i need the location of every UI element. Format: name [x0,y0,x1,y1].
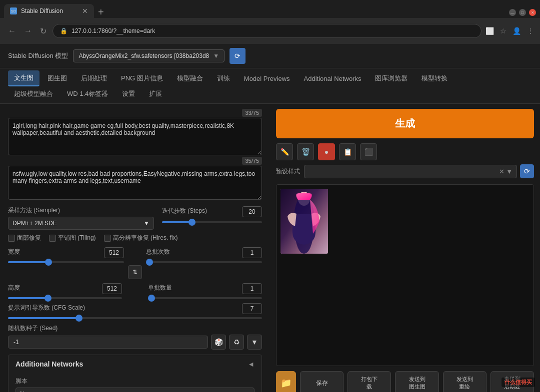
url-display: 127.0.0.1:7860/?__theme=dark [72,27,155,34]
cfg-slider[interactable] [8,317,262,319]
generate-button[interactable]: 生成 [276,109,534,138]
tab-close-btn[interactable]: ✕ [82,7,88,15]
tab-settings[interactable]: 设置 [116,86,141,101]
batch-count-slider[interactable] [146,261,262,263]
new-tab-button[interactable]: + [94,6,108,18]
sampler-select[interactable]: DPM++ 2M SDE ▼ [8,217,154,230]
tab-model-convert[interactable]: 模型转换 [416,70,454,86]
model-select-value: AbyssOrangeMix2_sfw.safetensors [038ba20… [78,52,209,59]
batch-size-value: 1 [242,283,262,294]
edit-icon-button[interactable]: ✏️ [276,143,293,160]
red-dot-button[interactable]: ● [318,143,335,160]
preview-image-inner [280,189,328,254]
negative-prompt-input[interactable] [8,166,262,200]
square-icon-button[interactable]: ⬛ [360,143,377,160]
additional-networks-title: Additional Networks [16,360,83,368]
browser-tab[interactable]: SD Stable Diffusion ✕ [4,4,94,18]
negative-prompt-area: 35/75 [8,166,262,201]
tabs-row-1: 文生图 图生图 后期处理 PNG 图片信息 模型融合 训练 Model Prev… [8,68,532,86]
bookmark-icon[interactable]: ☆ [500,27,506,35]
tab-super-merge[interactable]: 超级模型融合 [8,86,59,101]
close-button[interactable]: ✕ [529,9,536,16]
tab-favicon: SD [10,7,17,14]
dimensions-link-button[interactable]: ⇅ [128,265,142,279]
pack-download-button[interactable]: 打包下载 [348,371,391,392]
tab-image-browser[interactable]: 图库浏览器 [369,70,414,86]
steps-group: 迭代步数 (Steps) 20 [162,206,262,223]
trash-icon-button[interactable]: 🗑️ [297,143,314,160]
steps-value: 20 [242,206,262,217]
width-group: 宽度 512 [8,247,124,263]
tab-model-merge[interactable]: 模型融合 [171,70,209,86]
tab-txt2img[interactable]: 文生图 [8,70,40,86]
height-group: 高度 512 [8,283,122,299]
cfg-thumb [76,315,82,322]
address-bar: ← → ↻ 🔒 127.0.0.1:7860/?__theme=dark ⬜ ☆… [0,18,540,44]
positive-prompt-counter: 33/75 [242,109,262,117]
model-section: Stable Diffusion 模型 AbyssOrangeMix2_sfw.… [0,44,540,68]
additional-networks-section: Additional Networks ◄ 脚本 None ▼ [8,355,262,392]
profile-icon[interactable]: 👤 [512,27,521,35]
checkboxes-row: 面部修复 平铺图 (Tiling) 高分辨率修复 (Hires. fix) [8,234,262,242]
tab-extras[interactable]: 后期处理 [75,70,113,86]
height-slider[interactable] [8,297,122,299]
tab-png-info[interactable]: PNG 图片信息 [115,70,169,86]
face-restore-label: 面部修复 [17,234,41,242]
seed-extra-button[interactable]: ▼ [247,335,262,350]
tab-img2img[interactable]: 图生图 [42,70,73,86]
address-input[interactable]: 🔒 127.0.0.1:7860/?__theme=dark [52,24,482,38]
tab-train[interactable]: 训练 [211,70,236,86]
width-slider[interactable] [8,261,124,263]
tiling-box [49,235,56,242]
maximize-button[interactable]: □ [519,9,526,16]
script-label: 脚本 [16,377,254,386]
tab-wd-tagger[interactable]: WD 1.4标签器 [61,86,114,101]
height-fill [8,297,48,299]
extensions-icon[interactable]: ⋮ [527,27,534,35]
clipboard-icon-button[interactable]: 📋 [339,143,356,160]
forward-button[interactable]: → [22,24,34,37]
tab-bar: SD Stable Diffusion ✕ + — □ ✕ [0,0,540,18]
model-label: Stable Diffusion 模型 [8,51,68,60]
seed-input[interactable] [8,336,208,349]
seed-section: 随机数种子 (Seed) 🎲 ♻ ▼ [8,324,262,350]
tab-extensions[interactable]: 扩展 [143,86,168,101]
model-select[interactable]: AbyssOrangeMix2_sfw.safetensors [038ba20… [73,49,224,62]
minimize-button[interactable]: — [509,9,516,16]
steps-slider[interactable] [162,221,262,223]
folder-button[interactable]: 📁 [276,371,296,392]
additional-networks-header[interactable]: Additional Networks ◄ [8,355,262,373]
tiling-checkbox[interactable]: 平铺图 (Tiling) [49,234,96,242]
dimensions-section-2: 高度 512 单批数量 1 [8,283,262,299]
height-label: 高度 [8,284,20,292]
cast-icon[interactable]: ⬜ [486,27,494,35]
preview-image [280,189,328,254]
preset-refresh-button[interactable]: ⟳ [520,164,534,178]
hires-fix-checkbox[interactable]: 高分辨率修复 (Hires. fix) [104,234,178,242]
tab-additional-networks[interactable]: Additional Networks [298,70,368,86]
save-button[interactable]: 保存 [300,371,344,392]
send-to-img2img-button[interactable]: 发送到图生图 [395,371,438,392]
preset-label: 预设样式 [276,167,301,176]
positive-prompt-input[interactable] [8,118,262,155]
script-select[interactable]: None ▼ [16,388,254,392]
seed-recycle-button[interactable]: ♻ [229,335,244,350]
send-to-retry-button[interactable]: 发送到重绘 [443,371,486,392]
arrow-down-icon: ▼ [251,338,258,346]
watermark: 什么值得买 [502,378,535,387]
back-button[interactable]: ← [6,24,18,37]
tiling-label: 平铺图 (Tiling) [58,234,96,242]
tab-title: Stable Diffusion [21,7,78,14]
preset-row: 预设样式 ✕ ▼ ⟳ [276,164,534,178]
batch-size-slider[interactable] [148,297,262,299]
model-refresh-button[interactable]: ⟳ [230,48,246,64]
face-restore-checkbox[interactable]: 面部修复 [8,234,41,242]
preset-select-right[interactable]: ✕ ▼ [304,165,517,178]
left-panel: 33/75 35/75 采样方法 (Sampler) DPM++ 2M SDE … [0,104,270,392]
seed-dice-button[interactable]: 🎲 [211,335,226,350]
batch-count-value: 1 [242,247,262,258]
batch-size-label: 单批数量 [148,284,172,292]
refresh-button[interactable]: ↻ [38,24,48,38]
dice-icon: 🎲 [214,338,223,346]
tab-model-previews[interactable]: Model Previews [238,70,296,86]
